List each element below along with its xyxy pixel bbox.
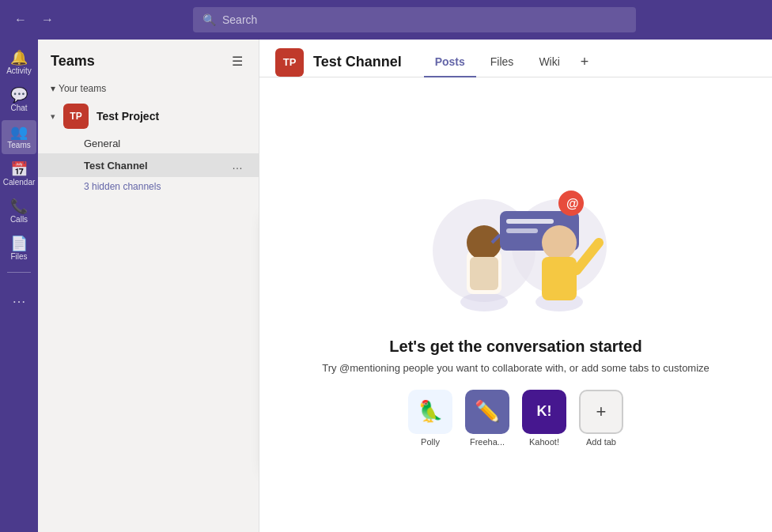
channel-item-test-channel[interactable]: Test Channel … bbox=[38, 153, 259, 177]
app-icon-freehand[interactable]: ✏️ Freeha... bbox=[465, 390, 509, 447]
channel-name-general: General bbox=[84, 138, 246, 149]
channel-item-general[interactable]: General bbox=[38, 134, 259, 153]
sidebar-divider bbox=[7, 272, 31, 273]
app-icon-polly[interactable]: 🦜 Polly bbox=[408, 390, 452, 447]
sidebar-item-chat[interactable]: 💬 Chat bbox=[2, 83, 36, 117]
add-tab-plus-icon: + bbox=[596, 402, 607, 422]
sidebar-item-files-label: Files bbox=[10, 252, 27, 261]
calls-icon: 📞 bbox=[10, 199, 28, 213]
svg-rect-5 bbox=[470, 257, 498, 290]
sidebar-more-button[interactable]: … bbox=[7, 285, 31, 311]
icon-sidebar: 🔔 Activity 💬 Chat 👥 Teams 📅 Calendar 📞 C… bbox=[0, 40, 38, 532]
svg-rect-8 bbox=[506, 219, 554, 224]
team-item-test-project[interactable]: ▾ TP Test Project … bbox=[38, 99, 259, 134]
search-bar: 🔍 bbox=[193, 7, 636, 32]
forward-button[interactable]: → bbox=[36, 9, 59, 30]
search-icon: 🔍 bbox=[202, 13, 216, 26]
hidden-channels-label: 3 hidden channels bbox=[84, 181, 161, 192]
channel-list: General Test Channel … 3 hidden channels bbox=[38, 134, 259, 196]
sidebar-item-calls[interactable]: 📞 Calls bbox=[2, 194, 36, 228]
svg-rect-14 bbox=[542, 257, 577, 300]
svg-point-13 bbox=[542, 225, 577, 260]
calendar-icon: 📅 bbox=[10, 162, 28, 176]
app-icons-row: 🦜 Polly ✏️ Freeha... K! Kahoot! bbox=[408, 390, 623, 447]
add-tab-button[interactable]: + bbox=[574, 47, 596, 77]
kahoot-icon-box: K! bbox=[522, 390, 566, 434]
sidebar-item-teams[interactable]: 👥 Teams bbox=[2, 120, 36, 154]
hidden-channels-link[interactable]: 3 hidden channels bbox=[38, 177, 259, 196]
channel-body: @ Let's get the conversation started Try… bbox=[259, 77, 772, 532]
teams-icon: 👥 bbox=[10, 125, 28, 139]
freehand-icon-box: ✏️ bbox=[465, 390, 509, 434]
app-icon-kahoot[interactable]: K! Kahoot! bbox=[522, 390, 566, 447]
conversation-text: Let's get the conversation started Try @… bbox=[322, 338, 710, 374]
sidebar-item-chat-label: Chat bbox=[10, 104, 27, 112]
add-tab-label: Add tab bbox=[586, 437, 616, 447]
activity-icon: 🔔 bbox=[10, 51, 28, 65]
tab-posts[interactable]: Posts bbox=[424, 47, 476, 77]
polly-label: Polly bbox=[421, 437, 440, 447]
channel-name-test-channel: Test Channel bbox=[84, 160, 222, 172]
add-tab-icon-box: + bbox=[579, 390, 623, 434]
sidebar-item-calls-label: Calls bbox=[10, 215, 28, 224]
nav-arrows: ← → bbox=[9, 9, 59, 30]
channel-more-button[interactable]: … bbox=[229, 157, 246, 173]
app-icon-add-tab[interactable]: + Add tab bbox=[579, 390, 623, 447]
kahoot-label: Kahoot! bbox=[529, 437, 559, 447]
sidebar-item-activity-label: Activity bbox=[6, 66, 32, 75]
your-teams-label: ▾ Your teams bbox=[38, 80, 259, 99]
chevron-down-icon: ▾ bbox=[51, 83, 55, 94]
svg-text:@: @ bbox=[566, 197, 579, 210]
team-name: Test Project bbox=[96, 110, 219, 123]
sidebar-item-calendar-label: Calendar bbox=[3, 178, 36, 187]
team-avatar: TP bbox=[63, 104, 89, 129]
channel-header: TP Test Channel Posts Files Wiki + bbox=[259, 40, 772, 77]
search-input[interactable] bbox=[222, 13, 626, 26]
teams-header: Teams ☰ bbox=[38, 40, 259, 80]
teams-list: ▾ Your teams ▾ TP Test Project … General… bbox=[38, 80, 259, 532]
svg-point-4 bbox=[467, 225, 501, 260]
sidebar-item-files[interactable]: 📄 Files bbox=[2, 232, 36, 266]
polly-icon-box: 🦜 bbox=[408, 390, 452, 434]
main-layout: 🔔 Activity 💬 Chat 👥 Teams 📅 Calendar 📞 C… bbox=[0, 40, 772, 532]
tab-files[interactable]: Files bbox=[479, 47, 525, 77]
teams-panel: Teams ☰ ▾ Your teams ▾ TP Test Project …… bbox=[38, 40, 259, 532]
channel-header-avatar: TP bbox=[275, 48, 304, 77]
freehand-label: Freeha... bbox=[470, 437, 505, 447]
top-bar: ← → 🔍 bbox=[0, 0, 772, 40]
channel-header-name: Test Channel bbox=[313, 54, 402, 70]
sidebar-item-activity[interactable]: 🔔 Activity bbox=[2, 46, 36, 80]
kahoot-icon-text: K! bbox=[537, 403, 552, 420]
sidebar-item-calendar[interactable]: 📅 Calendar bbox=[2, 157, 36, 191]
illustration: @ bbox=[413, 164, 619, 322]
svg-rect-9 bbox=[506, 228, 538, 233]
chat-icon: 💬 bbox=[10, 88, 28, 102]
channel-tabs: Posts Files Wiki + bbox=[424, 47, 596, 77]
conversation-subtitle: Try @mentioning people you want to colla… bbox=[322, 362, 710, 374]
svg-point-2 bbox=[460, 292, 508, 311]
tab-wiki[interactable]: Wiki bbox=[528, 47, 570, 77]
back-button[interactable]: ← bbox=[9, 9, 32, 30]
main-content: TP Test Channel Posts Files Wiki + bbox=[259, 40, 772, 532]
teams-filter-button[interactable]: ☰ bbox=[229, 51, 246, 72]
conversation-title: Let's get the conversation started bbox=[322, 338, 710, 356]
teams-panel-title: Teams bbox=[51, 53, 95, 70]
files-icon: 📄 bbox=[10, 236, 28, 251]
team-chevron-icon: ▾ bbox=[51, 111, 55, 122]
sidebar-item-teams-label: Teams bbox=[7, 141, 30, 149]
